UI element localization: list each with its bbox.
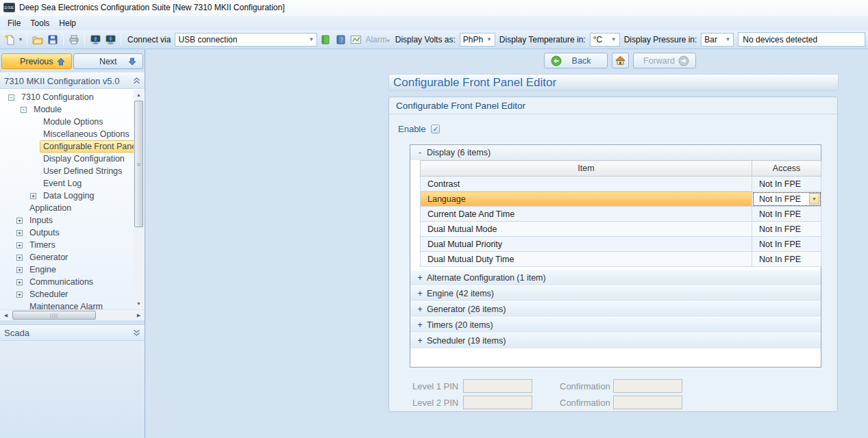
tree-expander-icon[interactable]: + (16, 279, 23, 285)
expand-plus-icon[interactable]: + (417, 273, 423, 283)
column-access[interactable]: Access (752, 161, 821, 177)
tree-item[interactable]: Miscellaneous Options (0, 128, 133, 140)
tree-item[interactable]: + Outputs (0, 227, 133, 239)
level1-confirmation-input[interactable] (613, 379, 682, 393)
tree-item[interactable]: Configurable Front Panel (0, 140, 133, 153)
menu-item[interactable]: Tools (25, 17, 54, 29)
tree-expander-icon[interactable]: - (8, 94, 14, 101)
enable-checkbox[interactable]: ✓ (431, 125, 440, 133)
scada-button[interactable] (349, 32, 362, 47)
access-combo[interactable]: Not In FPE ▼ (752, 177, 821, 192)
level2-confirmation-input[interactable] (613, 396, 682, 409)
tree-item[interactable]: + Engine (0, 263, 133, 276)
tree-item[interactable]: Event Log (0, 177, 133, 190)
sidebar-header[interactable]: 7310 MKII Configuration v5.0 (0, 73, 145, 89)
scrollbar-thumb[interactable]: |||| (12, 311, 96, 320)
help-manual-button[interactable]: ? (334, 32, 347, 47)
back-button[interactable]: Back (544, 53, 608, 68)
save-button[interactable] (46, 32, 60, 47)
column-item[interactable]: Item (421, 161, 752, 177)
item-cell[interactable]: Dual Mutual Duty Time (421, 252, 752, 267)
tree-item[interactable]: + Generator (0, 251, 133, 263)
scroll-up-arrow[interactable]: ▲ (134, 90, 144, 100)
collapsed-group-header[interactable]: + Engine (42 items) (410, 286, 821, 301)
item-cell[interactable]: Dual Mutual Priority (421, 237, 752, 252)
tree-item[interactable]: + Communications (0, 276, 133, 288)
tree-item[interactable]: Module Options (0, 116, 133, 128)
tree-item[interactable]: Display Configuration (0, 153, 133, 165)
tree-item[interactable]: - Module (0, 103, 133, 116)
table-row[interactable]: Dual Mutual Mode Not In FPE ▼ (421, 222, 821, 237)
write-to-module-button[interactable] (103, 32, 117, 47)
alarm-dropdown[interactable]: Alarm▾ (364, 35, 390, 44)
expand-plus-icon[interactable]: + (417, 305, 423, 314)
tree-expander-icon[interactable]: - (21, 107, 27, 113)
print-button[interactable] (67, 32, 81, 47)
scroll-down-arrow[interactable]: ▼ (134, 298, 144, 309)
tree-expander-icon[interactable]: + (16, 230, 23, 236)
level1-pin-input[interactable] (463, 379, 532, 393)
table-row[interactable]: Language Not In FPE ▼ (421, 192, 821, 207)
new-file-dropdown[interactable]: ▾ (18, 36, 23, 42)
dropdown-button[interactable]: ▼ (809, 193, 819, 205)
expand-plus-icon[interactable]: + (417, 336, 423, 346)
menu-item[interactable]: File (3, 17, 25, 29)
tree-item[interactable]: + Data Logging (0, 190, 133, 202)
table-row[interactable]: Contrast Not In FPE ▼ (421, 177, 821, 192)
collapse-minus-icon[interactable]: - (417, 148, 423, 157)
volts-select[interactable]: PhPh ▼ (460, 33, 495, 47)
tree-expander-icon[interactable]: + (16, 292, 23, 298)
collapsed-group-header[interactable]: + Alternate Configuration (1 item) (410, 270, 821, 285)
item-cell[interactable]: Dual Mutual Mode (421, 222, 752, 237)
tree-expander-icon[interactable]: + (16, 218, 23, 224)
tree-expander-icon[interactable]: + (16, 267, 23, 273)
new-file-button[interactable] (3, 32, 16, 47)
tree-item[interactable]: + Scheduler (0, 288, 133, 300)
temperature-select[interactable]: °C ▼ (590, 33, 620, 47)
tree-item[interactable]: Application (0, 202, 133, 214)
expand-double-chevron-down-icon[interactable] (133, 329, 140, 336)
previous-button[interactable]: Previous (1, 53, 72, 69)
item-cell[interactable]: Contrast (421, 177, 752, 192)
tree-item[interactable]: + Timers (0, 239, 133, 251)
scrollbar-thumb[interactable]: ≡ (134, 101, 143, 227)
tree-item[interactable]: - 7310 Configuration (0, 91, 133, 103)
table-row[interactable]: Current Date And Time Not In FPE ▼ (421, 207, 821, 222)
scada-section[interactable]: Scada (0, 324, 145, 341)
group-display-header[interactable]: - Display (6 items) (410, 145, 821, 160)
forward-button[interactable]: Forward (633, 53, 696, 68)
table-row[interactable]: Dual Mutual Priority Not In FPE ▼ (421, 237, 821, 252)
access-combo[interactable]: Not In FPE ▼ (752, 237, 821, 252)
access-combo[interactable]: Not In FPE ▼ (752, 222, 821, 237)
item-cell[interactable]: Current Date And Time (421, 207, 752, 222)
tree-item[interactable]: + Inputs (0, 214, 133, 227)
item-cell[interactable]: Language (421, 192, 752, 207)
collapse-double-chevron-up-icon[interactable] (133, 77, 140, 84)
tree-expander-icon[interactable]: + (16, 255, 23, 261)
collapsed-group-header[interactable]: + Generator (26 items) (410, 302, 821, 317)
expand-plus-icon[interactable]: + (417, 320, 423, 330)
tree-expander-icon[interactable]: + (30, 193, 36, 199)
menu-item[interactable]: Help (54, 17, 81, 29)
home-button[interactable] (612, 53, 629, 68)
next-button[interactable]: Next (73, 53, 144, 69)
expand-plus-icon[interactable]: + (417, 289, 423, 298)
read-from-module-button[interactable] (88, 32, 102, 47)
access-combo[interactable]: Not In FPE ▼ (752, 252, 821, 267)
access-combo[interactable]: Not In FPE ▼ (752, 207, 821, 222)
notebook-button[interactable] (319, 32, 332, 47)
scroll-left-arrow[interactable]: ◀ (1, 310, 11, 320)
tree-expander-icon[interactable]: + (16, 242, 23, 248)
level2-pin-input[interactable] (463, 396, 532, 409)
table-row[interactable]: Dual Mutual Duty Time Not In FPE ▼ (421, 252, 821, 267)
open-file-button[interactable] (31, 32, 45, 47)
connection-select[interactable]: USB connection ▼ (175, 33, 317, 47)
tree-vertical-scrollbar[interactable]: ▲ ≡ ▼ (134, 90, 144, 309)
scroll-right-arrow[interactable]: ▶ (134, 310, 144, 320)
pressure-select[interactable]: Bar ▼ (701, 33, 734, 47)
collapsed-group-header[interactable]: + Scheduler (19 items) (410, 333, 821, 348)
collapsed-group-header[interactable]: + Timers (20 items) (410, 318, 821, 333)
tree-item[interactable]: User Defined Strings (0, 165, 133, 177)
tree-horizontal-scrollbar[interactable]: ◀ |||| ▶ (0, 309, 145, 320)
access-combo[interactable]: Not In FPE ▼ (752, 192, 821, 207)
